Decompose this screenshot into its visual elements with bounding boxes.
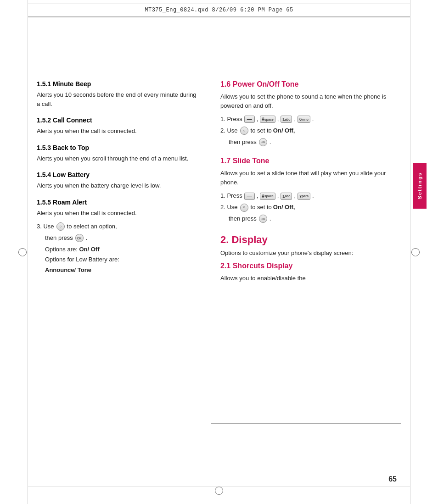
options-low-line: Options for Low Battery are: (45, 255, 197, 265)
step2-16-bold: On/ Off, (273, 126, 295, 136)
options-low-val-line: Announce/ Tone (45, 266, 197, 275)
center-mark-bottom (215, 487, 223, 495)
header-bar: MT375_Eng_0824.qxd 8/26/09 6:20 PM Page … (28, 4, 410, 17)
heading-16: 1.6 Power On/Off Tone (220, 80, 401, 89)
header-text: MT375_Eng_0824.qxd 8/26/09 6:20 PM Page … (145, 7, 293, 13)
heading-151: 1.5.1 Minute Beep (37, 80, 197, 88)
num6-btn-16: 6mno (298, 116, 310, 123)
page-number: 65 (388, 475, 397, 483)
step3-line: 3. Use ○ to select an option, (37, 222, 197, 232)
heading-21: 2.1 Shorcuts Display (220, 262, 401, 270)
period-16b: . (270, 138, 271, 147)
options-low-val: Announce/ Tone (45, 266, 91, 273)
period-17: . (312, 191, 314, 201)
options-low-label: Options for Low Battery are: (45, 256, 119, 263)
step2-17-pre: 2. Use (220, 203, 238, 212)
step1-17-text: 1. Press (220, 191, 242, 201)
step1-17: 1. Press — , #space , 1abc , 7pars . (220, 191, 401, 201)
step2-16b: then press OK . (229, 138, 401, 147)
hash-btn-16: #space (260, 116, 275, 123)
step2-17-post: then press (229, 214, 257, 224)
heading-154: 1.5.4 Low Battery (37, 171, 197, 178)
comma2-17: , (277, 191, 279, 201)
body-2: Options to customize your phone's displa… (220, 249, 401, 258)
step1-16-text: 1. Press (220, 115, 242, 124)
comma1-17: , (257, 191, 258, 201)
body-16: Allows you to set the phone to sound a t… (220, 92, 401, 110)
border-left (28, 0, 28, 504)
options-are-line: Options are: On/ Off (45, 245, 197, 255)
body-155: Alerts you when the call is connected. (37, 209, 197, 218)
body-21: Allows you to enable/disable the (220, 274, 401, 283)
dash-btn-16: — (244, 116, 255, 123)
step2-17b: then press OK . (229, 214, 401, 224)
comma3-16: , (294, 115, 296, 124)
step2-16-post: then press (229, 138, 257, 147)
hash-btn-17: #space (260, 193, 275, 200)
border-top (28, 17, 410, 17)
dash-btn-17: — (244, 193, 255, 200)
period-17b: . (270, 214, 271, 224)
body-153: Alerts you when you scroll through the e… (37, 154, 197, 163)
heading-2: 2. Display (220, 234, 401, 246)
comma3-17: , (294, 191, 296, 201)
options-are-label: Options are: (45, 246, 78, 253)
step1-16: 1. Press — , #space , 1abc , 6mno . (220, 115, 401, 124)
step3b-text: to select an option, (67, 222, 117, 232)
ok-icon-17: OK (259, 215, 267, 223)
num1-btn-16: 1abc (281, 116, 292, 123)
border-right (410, 0, 410, 504)
main-content: 1.5.1 Minute Beep Alerts you 10 seconds … (37, 25, 401, 479)
step2-17-mid: to set to (251, 203, 272, 212)
step3c-text: then press (45, 233, 73, 243)
center-mark-right (411, 248, 420, 256)
heading-17: 1.7 Slide Tone (220, 157, 401, 165)
ok-icon-16: OK (259, 138, 267, 146)
step3-text: 3. Use (37, 222, 54, 232)
step2-16: 2. Use ○ to set to On/ Off, (220, 126, 401, 136)
body-154: Alerts you when the battery charge level… (37, 181, 197, 190)
heading-155: 1.5.5 Roam Alert (37, 199, 197, 206)
settings-tab: Settings (413, 163, 427, 209)
step2-16-pre: 2. Use (220, 126, 238, 136)
page: MT375_Eng_0824.qxd 8/26/09 6:20 PM Page … (0, 0, 438, 504)
nav-icon-left: ○ (56, 222, 65, 231)
num7-btn-17: 7pars (298, 193, 310, 200)
settings-tab-text: Settings (417, 172, 422, 199)
step2-16-mid: to set to (251, 126, 272, 136)
body-152: Alerts you when the call is connected. (37, 127, 197, 136)
divider-line (211, 423, 401, 424)
center-mark-left (18, 248, 27, 256)
left-column: 1.5.1 Minute Beep Alerts you 10 seconds … (37, 25, 211, 479)
menu-ok-icon-left: OK (75, 234, 84, 242)
step2-17-bold: On/ Off, (273, 203, 295, 212)
nav-icon-17: ○ (240, 204, 248, 212)
nav-icon-16: ○ (240, 127, 248, 135)
comma2-16: , (277, 115, 279, 124)
body-17: Allows you to set a slide tone that will… (220, 169, 401, 187)
comma1-16: , (257, 115, 258, 124)
step2-17: 2. Use ○ to set to On/ Off, (220, 203, 401, 212)
period-16: . (312, 115, 314, 124)
right-column: 1.6 Power On/Off Tone Allows you to set … (211, 25, 401, 479)
heading-152: 1.5.2 Call Connect (37, 116, 197, 124)
options-val: On/ Off (79, 246, 99, 253)
body-151: Alerts you 10 seconds before the end of … (37, 90, 197, 108)
num1-btn-17: 1abc (281, 193, 292, 200)
period-1: . (86, 233, 88, 243)
heading-153: 1.5.3 Back to Top (37, 144, 197, 151)
step3c-line: then press OK . (45, 233, 197, 243)
